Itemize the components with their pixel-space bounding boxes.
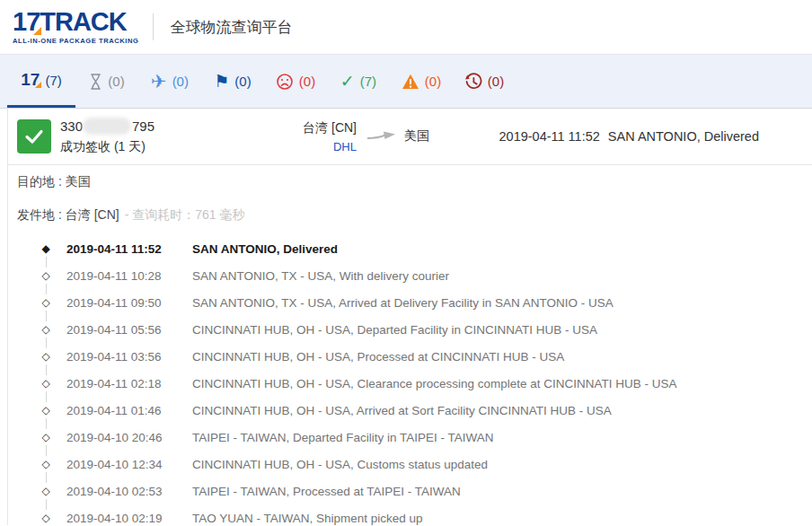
tab-pickup-count: (0) bbox=[234, 74, 251, 89]
tab-delivered[interactable]: ✓ (7) bbox=[327, 55, 390, 108]
event-time: 2019-04-11 10:28 bbox=[66, 269, 192, 283]
tab-pending[interactable]: (0) bbox=[75, 55, 138, 108]
origin-row: 发件地 : 台湾 [CN] - 查询耗时：761 毫秒 bbox=[8, 198, 812, 232]
status-text: 成功签收 (1 天) bbox=[60, 139, 283, 155]
event-desc: CINCINNATI HUB, OH - USA, Departed Facil… bbox=[192, 323, 812, 337]
sad-face-icon bbox=[276, 73, 294, 91]
tab-all[interactable]: 17 (7) bbox=[7, 55, 75, 108]
tab-expired-count: (0) bbox=[488, 74, 504, 89]
tracking-number-suffix: 795 bbox=[132, 118, 154, 134]
destination-country: 美国 bbox=[404, 128, 429, 145]
tab-expired[interactable]: (0) bbox=[453, 55, 516, 108]
timeline-event: ◇ 2019-04-10 02:53 TAIPEI - TAIWAN, Proc… bbox=[8, 478, 812, 504]
delivered-check-icon bbox=[17, 119, 51, 153]
timeline-event: ◇ 2019-04-11 05:56 CINCINNATI HUB, OH - … bbox=[8, 316, 812, 343]
timeline-event: ◇ 2019-04-11 02:18 CINCINNATI HUB, OH - … bbox=[8, 370, 812, 397]
tab-in-transit[interactable]: ✈ (0) bbox=[138, 55, 201, 108]
event-time: 2019-04-11 01:46 bbox=[66, 404, 192, 417]
tab-alert-count: (0) bbox=[425, 74, 441, 89]
timeline-event: ◇ 2019-04-10 02:19 TAO YUAN - TAIWAN, Sh… bbox=[8, 504, 812, 526]
event-desc: TAIPEI - TAIWAN, Processed at TAIPEI - T… bbox=[192, 485, 812, 498]
origin-label: 发件地 : bbox=[17, 207, 62, 224]
origin-country: 台湾 [CN] bbox=[283, 120, 357, 136]
status-tabbar: 17 (7) (0) ✈ (0) ⚑ (0) (0) ✓ (7) (0) (0) bbox=[0, 54, 812, 109]
destination-row: 目的地 : 美国 bbox=[8, 165, 812, 198]
event-desc: CINCINNATI HUB, OH - USA, Arrived at Sor… bbox=[192, 404, 812, 417]
event-desc: TAIPEI - TAIWAN, Departed Facility in TA… bbox=[192, 431, 812, 444]
event-time: 2019-04-10 20:46 bbox=[66, 431, 192, 444]
tab-undelivered[interactable]: (0) bbox=[264, 55, 327, 108]
tracking-number-block: 330795 成功签收 (1 天) bbox=[60, 118, 283, 155]
timeline-event: ◇ 2019-04-11 09:50 SAN ANTONIO, TX - USA… bbox=[8, 289, 812, 316]
event-time: 2019-04-11 11:52 bbox=[66, 242, 192, 256]
tab-pending-count: (0) bbox=[108, 74, 124, 89]
event-time: 2019-04-10 02:53 bbox=[66, 485, 192, 498]
route-origin-block: 台湾 [CN] DHL bbox=[283, 120, 357, 153]
event-desc: SAN ANTONIO, Delivered bbox=[192, 242, 812, 256]
destination-label: 目的地 : bbox=[17, 174, 62, 190]
result-panel: 330795 成功签收 (1 天) 台湾 [CN] DHL 美国 2019-04… bbox=[7, 109, 812, 525]
history-clock-icon bbox=[464, 73, 482, 91]
timeline-event: ◇ 2019-04-11 10:28 SAN ANTONIO, TX - USA… bbox=[8, 262, 812, 289]
tab-pickup[interactable]: ⚑ (0) bbox=[201, 55, 264, 108]
diamond-hollow-icon: ◇ bbox=[35, 504, 57, 526]
latest-event-desc: SAN ANTONIO, Delivered bbox=[608, 129, 759, 144]
origin-value: 台湾 [CN] bbox=[66, 207, 119, 224]
event-desc: CINCINNATI HUB, OH - USA, Processed at C… bbox=[192, 350, 812, 364]
timeline-event: ◇ 2019-04-11 03:56 CINCINNATI HUB, OH - … bbox=[8, 343, 812, 370]
flag-icon: ⚑ bbox=[214, 71, 229, 92]
logo-wordmark: 17TRACK bbox=[13, 9, 138, 35]
timeline-event: ◆ 2019-04-11 11:52 SAN ANTONIO, Delivere… bbox=[8, 235, 812, 262]
event-desc: TAO YUAN - TAIWAN, Shipment picked up bbox=[192, 512, 812, 525]
timeline-event: ◇ 2019-04-11 01:46 CINCINNATI HUB, OH - … bbox=[8, 397, 812, 424]
event-desc: CINCINNATI HUB, OH - USA, Clearance proc… bbox=[192, 377, 812, 390]
event-time: 2019-04-11 03:56 bbox=[66, 350, 192, 364]
event-time: 2019-04-11 09:50 bbox=[66, 296, 192, 310]
tracking-number[interactable]: 330795 bbox=[60, 118, 283, 135]
query-time: - 查询耗时：761 毫秒 bbox=[125, 207, 245, 224]
logo[interactable]: 17TRACK ALL-IN-ONE PACKAGE TRACKING bbox=[13, 9, 138, 45]
tab-alert[interactable]: (0) bbox=[390, 55, 453, 108]
event-time: 2019-04-11 05:56 bbox=[66, 323, 192, 337]
logo-17: 17 bbox=[13, 7, 40, 36]
warning-icon bbox=[402, 74, 419, 90]
event-desc: SAN ANTONIO, TX - USA, With delivery cou… bbox=[192, 269, 812, 283]
tracking-timeline: ◆ 2019-04-11 11:52 SAN ANTONIO, Delivere… bbox=[8, 232, 812, 526]
logo-tagline: ALL-IN-ONE PACKAGE TRACKING bbox=[13, 38, 138, 45]
airplane-icon: ✈ bbox=[151, 71, 167, 92]
latest-event-summary: 2019-04-11 11:52 SAN ANTONIO, Delivered bbox=[499, 129, 760, 144]
event-desc: SAN ANTONIO, TX - USA, Arrived at Delive… bbox=[192, 296, 812, 310]
tracking-number-prefix: 330 bbox=[60, 118, 83, 134]
event-time: 2019-04-11 02:18 bbox=[66, 377, 192, 390]
header: 17TRACK ALL-IN-ONE PACKAGE TRACKING 全球物流… bbox=[0, 0, 812, 54]
hourglass-icon bbox=[89, 73, 102, 91]
tab-delivered-count: (7) bbox=[360, 74, 376, 89]
redacted-blur bbox=[83, 118, 131, 135]
logo-track: TRACK bbox=[40, 7, 127, 36]
event-time: 2019-04-10 02:19 bbox=[66, 512, 192, 525]
check-icon: ✓ bbox=[340, 71, 355, 92]
site-title: 全球物流查询平台 bbox=[170, 17, 292, 38]
event-desc: CINCINNATI HUB, OH - USA, Customs status… bbox=[192, 458, 812, 471]
timeline-event: ◇ 2019-04-10 20:46 TAIPEI - TAIWAN, Depa… bbox=[8, 424, 812, 451]
logo-17-icon: 17 bbox=[21, 70, 40, 90]
route-arrow-icon bbox=[367, 128, 396, 145]
latest-event-time: 2019-04-11 11:52 bbox=[499, 129, 600, 144]
shipment-summary-row[interactable]: 330795 成功签收 (1 天) 台湾 [CN] DHL 美国 2019-04… bbox=[8, 109, 812, 165]
route: 台湾 [CN] DHL 美国 bbox=[283, 120, 429, 153]
destination-value: 美国 bbox=[66, 174, 91, 190]
event-time: 2019-04-10 12:34 bbox=[66, 458, 192, 471]
header-divider bbox=[153, 13, 154, 40]
tab-all-count: (7) bbox=[45, 73, 61, 88]
timeline-event: ◇ 2019-04-10 12:34 CINCINNATI HUB, OH - … bbox=[8, 451, 812, 478]
carrier-link[interactable]: DHL bbox=[283, 140, 357, 153]
tab-in-transit-count: (0) bbox=[172, 74, 189, 89]
tab-undelivered-count: (0) bbox=[299, 74, 315, 89]
